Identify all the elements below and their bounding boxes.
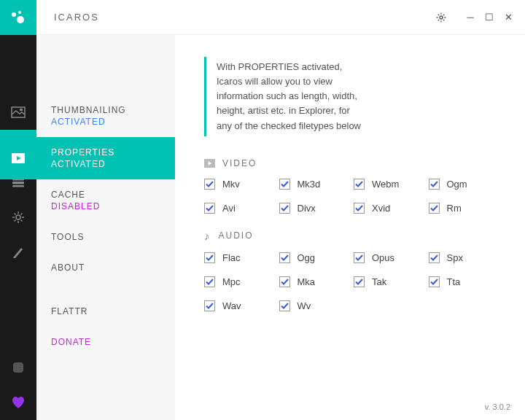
content-pane: With PROPERTIES activated, Icaros will a… [175, 0, 525, 420]
filetype-checkbox-mpc[interactable]: Mpc [204, 276, 272, 287]
nav-properties[interactable]: PROPERTIES ACTIVATED [0, 137, 175, 179]
filetype-checkbox-flac[interactable]: Flac [204, 252, 272, 263]
video-filetype-grid: MkvMk3dWebmOgmAviDivxXvidRm [204, 179, 496, 214]
checkmark-icon [279, 179, 290, 190]
filetype-checkbox-avi[interactable]: Avi [204, 203, 272, 214]
nav-status: DISABLED [51, 201, 160, 211]
checkmark-icon [279, 276, 290, 287]
icon-rail [0, 0, 36, 420]
nav-status: ACTIVATED [51, 117, 160, 127]
filetype-label: Avi [222, 203, 236, 214]
music-note-icon: ♪ [204, 230, 211, 242]
rail-flattr-icon[interactable] [0, 350, 36, 385]
filetype-label: Mk3d [298, 179, 321, 190]
filetype-label: Mkv [222, 179, 240, 190]
filetype-checkbox-ogg[interactable]: Ogg [279, 252, 347, 263]
checkmark-icon [204, 203, 215, 214]
rail-donate-icon[interactable] [0, 385, 36, 420]
svg-point-11 [440, 16, 443, 19]
filetype-label: Tak [372, 276, 386, 287]
checkmark-icon [429, 179, 440, 190]
filetype-label: Mka [298, 276, 316, 287]
checkmark-icon [204, 252, 215, 263]
checkmark-icon [204, 300, 215, 311]
svg-rect-8 [12, 185, 24, 187]
filetype-label: Wv [298, 300, 311, 311]
play-icon [0, 137, 36, 179]
settings-button[interactable] [432, 8, 451, 27]
nav-donate[interactable]: DONATE [36, 327, 175, 357]
filetype-label: Opus [372, 252, 394, 263]
svg-point-2 [17, 16, 24, 23]
rail-thumbnailing-icon[interactable] [0, 95, 36, 130]
close-button[interactable]: ✕ [499, 8, 518, 27]
filetype-label: Webm [372, 179, 399, 190]
filetype-checkbox-wv[interactable]: Wv [279, 300, 347, 311]
checkmark-icon [279, 252, 290, 263]
filetype-label: Ogm [447, 179, 467, 190]
nav-label: DONATE [51, 337, 160, 347]
filetype-checkbox-tta[interactable]: Tta [429, 276, 497, 287]
rail-about-icon[interactable] [0, 235, 36, 270]
video-icon [204, 159, 215, 168]
nav-thumbnailing[interactable]: THUMBNAILING ACTIVATED [36, 95, 175, 137]
nav-label: CACHE [51, 190, 160, 200]
nav-label: ABOUT [51, 262, 160, 273]
nav-status: ACTIVATED [51, 159, 114, 169]
titlebar: ICAROS ─ ☐ ✕ [36, 0, 525, 35]
rail-tools-icon[interactable] [0, 200, 36, 235]
minimize-button[interactable]: ─ [461, 8, 480, 27]
nav-tools[interactable]: TOOLS [36, 222, 175, 252]
nav-label: TOOLS [51, 232, 160, 242]
svg-rect-7 [12, 182, 24, 184]
sidebar: THUMBNAILING ACTIVATED PROPERTIES ACTIVA… [36, 0, 175, 420]
checkmark-icon [354, 179, 365, 190]
checkmark-icon [204, 276, 215, 287]
app-title: ICAROS [54, 12, 432, 23]
svg-point-9 [16, 215, 20, 219]
filetype-label: Mpc [222, 276, 241, 287]
nav-label: FLATTR [51, 306, 160, 316]
maximize-button[interactable]: ☐ [480, 8, 499, 27]
checkmark-icon [354, 276, 365, 287]
section-header-video: VIDEO [204, 158, 496, 168]
filetype-checkbox-ogm[interactable]: Ogm [429, 179, 497, 190]
nav-cache[interactable]: CACHE DISABLED [36, 179, 175, 222]
svg-point-4 [20, 109, 23, 111]
section-label: VIDEO [222, 158, 257, 168]
filetype-checkbox-wav[interactable]: Wav [204, 300, 272, 311]
filetype-checkbox-mka[interactable]: Mka [279, 276, 347, 287]
filetype-checkbox-tak[interactable]: Tak [354, 276, 421, 287]
filetype-checkbox-divx[interactable]: Divx [279, 203, 347, 214]
filetype-checkbox-opus[interactable]: Opus [354, 252, 421, 263]
filetype-checkbox-spx[interactable]: Spx [429, 252, 497, 263]
section-header-audio: ♪ AUDIO [204, 230, 496, 242]
filetype-checkbox-webm[interactable]: Webm [354, 179, 421, 190]
checkmark-icon [429, 252, 440, 263]
filetype-label: Tta [447, 276, 461, 287]
filetype-checkbox-xvid[interactable]: Xvid [354, 203, 421, 214]
svg-rect-10 [13, 362, 23, 373]
nav-label: THUMBNAILING [51, 105, 160, 115]
checkmark-icon [429, 276, 440, 287]
filetype-checkbox-mk3d[interactable]: Mk3d [279, 179, 347, 190]
svg-point-1 [18, 11, 21, 14]
nav-about[interactable]: ABOUT [36, 252, 175, 283]
filetype-label: Xvid [372, 203, 390, 214]
nav-label: PROPERTIES [51, 147, 114, 158]
filetype-label: Flac [222, 252, 241, 263]
filetype-checkbox-rm[interactable]: Rm [429, 203, 497, 214]
filetype-label: Wav [222, 300, 241, 311]
checkmark-icon [204, 179, 215, 190]
filetype-label: Spx [447, 252, 463, 263]
nav-flattr[interactable]: FLATTR [36, 296, 175, 327]
checkmark-icon [279, 203, 290, 214]
audio-filetype-grid: FlacOggOpusSpxMpcMkaTakTtaWavWv [204, 252, 496, 311]
app-logo-icon [0, 0, 36, 35]
filetype-checkbox-mkv[interactable]: Mkv [204, 179, 272, 190]
description-text: With PROPERTIES activated, Icaros will a… [204, 57, 365, 136]
filetype-label: Divx [298, 203, 316, 214]
checkmark-icon [354, 252, 365, 263]
checkmark-icon [429, 203, 440, 214]
checkmark-icon [354, 203, 365, 214]
